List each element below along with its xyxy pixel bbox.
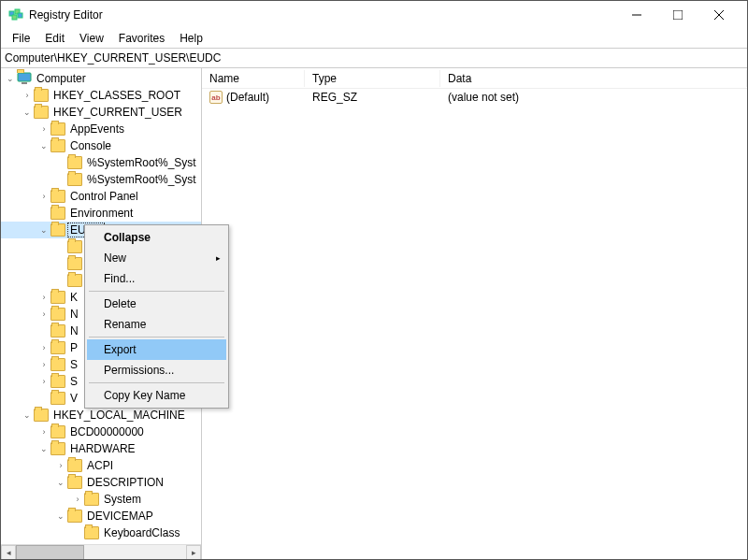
tree-bcd[interactable]: ›BCD00000000 (1, 424, 201, 440)
twisty-expanded-icon[interactable]: ⌄ (38, 224, 50, 236)
address-input[interactable] (5, 51, 743, 65)
tree-hardware[interactable]: ⌄HARDWARE (1, 440, 201, 457)
tree-label: Console (68, 139, 113, 152)
twisty-expanded-icon[interactable]: ⌄ (22, 107, 33, 118)
folder-icon (50, 190, 65, 203)
ctx-new[interactable]: New ▸ (87, 248, 226, 268)
tree-label: Computer (35, 72, 88, 85)
tree-controlpanel[interactable]: › Control Panel (1, 188, 201, 205)
column-data[interactable]: Data (440, 70, 747, 87)
address-bar (1, 48, 747, 68)
tree-sysroot1[interactable]: %SystemRoot%_Syst (1, 154, 201, 171)
tree-context-menu: Collapse New ▸ Find... Delete Rename Exp… (84, 224, 229, 409)
twisty-collapsed-icon[interactable]: › (55, 460, 66, 471)
value-row[interactable]: ab (Default) REG_SZ (value not set) (202, 89, 747, 106)
tree-label: HKEY_CLASSES_ROOT (51, 89, 182, 102)
tree-system[interactable]: ›System (1, 491, 201, 508)
tree-hklm[interactable]: ⌄ HKEY_LOCAL_MACHINE (1, 407, 201, 424)
tree-console[interactable]: ⌄ Console (1, 137, 201, 154)
tree-root-computer[interactable]: ⌄ Computer (1, 70, 201, 87)
tree-label: ACPI (85, 459, 115, 472)
tree-description[interactable]: ⌄DESCRIPTION (1, 474, 201, 491)
folder-icon (50, 375, 65, 388)
tree-label: BCD00000000 (68, 425, 146, 438)
tree-label: KeyboardClass (102, 526, 181, 539)
ctx-find[interactable]: Find... (87, 268, 226, 289)
tree-label: HARDWARE (68, 442, 137, 455)
twisty-expanded-icon[interactable]: ⌄ (55, 510, 66, 522)
menu-file[interactable]: File (5, 30, 37, 47)
tree-hkcr[interactable]: › HKEY_CLASSES_ROOT (1, 87, 201, 104)
menubar: File Edit View Favorites Help (1, 29, 747, 48)
svg-rect-8 (18, 73, 31, 81)
tree-label: N (68, 308, 80, 321)
tree-label: HKEY_CURRENT_USER (51, 106, 184, 119)
separator (89, 291, 224, 292)
twisty-expanded-icon[interactable]: ⌄ (22, 409, 33, 421)
twisty-collapsed-icon[interactable]: › (38, 123, 50, 135)
folder-icon (50, 442, 65, 455)
menu-help[interactable]: Help (172, 30, 210, 47)
scroll-track[interactable] (16, 545, 186, 560)
maximize-button[interactable] (657, 1, 698, 29)
folder-icon (67, 459, 82, 472)
column-name[interactable]: Name (202, 70, 305, 87)
twisty-collapsed-icon[interactable]: › (38, 426, 50, 438)
svg-rect-5 (673, 10, 683, 20)
ctx-delete[interactable]: Delete (87, 294, 226, 314)
tree-devicemap[interactable]: ⌄DEVICEMAP (1, 508, 201, 524)
folder-icon (50, 358, 65, 371)
value-type-cell: REG_SZ (305, 90, 440, 105)
twisty-expanded-icon[interactable]: ⌄ (55, 477, 66, 488)
window-title: Registry Editor (29, 8, 616, 22)
folder-icon (67, 510, 82, 523)
tree-environment[interactable]: Environment (1, 205, 201, 222)
titlebar[interactable]: Registry Editor (1, 1, 747, 29)
window-controls (616, 1, 740, 29)
minimize-button[interactable] (616, 1, 657, 29)
twisty-collapsed-icon[interactable]: › (38, 342, 50, 353)
svg-rect-2 (12, 15, 17, 20)
twisty-collapsed-icon[interactable]: › (38, 292, 50, 303)
ctx-collapse[interactable]: Collapse (87, 227, 226, 248)
column-type[interactable]: Type (305, 70, 440, 87)
twisty-collapsed-icon[interactable]: › (72, 494, 83, 505)
twisty-collapsed-icon[interactable]: › (22, 90, 33, 101)
ctx-rename[interactable]: Rename (87, 314, 226, 335)
twisty-expanded-icon[interactable]: ⌄ (38, 443, 50, 454)
tree-acpi[interactable]: ›ACPI (1, 457, 201, 474)
menu-view[interactable]: View (72, 30, 111, 47)
ctx-export[interactable]: Export (87, 339, 226, 360)
menu-favorites[interactable]: Favorites (111, 30, 172, 47)
twisty-expanded-icon[interactable]: ⌄ (5, 73, 16, 84)
twisty-collapsed-icon[interactable]: › (38, 309, 50, 320)
folder-icon (50, 139, 65, 152)
twisty-collapsed-icon[interactable]: › (38, 376, 50, 387)
app-icon (8, 7, 23, 22)
twisty-collapsed-icon[interactable]: › (38, 191, 50, 202)
svg-rect-9 (22, 82, 27, 84)
folder-icon (50, 223, 65, 237)
menu-edit[interactable]: Edit (37, 30, 72, 47)
ctx-copy-key-name[interactable]: Copy Key Name (87, 385, 226, 406)
scroll-thumb[interactable] (16, 545, 84, 560)
scroll-right-button[interactable]: ▸ (186, 545, 201, 560)
folder-icon (67, 257, 82, 270)
tree-label: HKEY_LOCAL_MACHINE (51, 409, 187, 422)
svg-rect-3 (18, 13, 22, 18)
ctx-permissions[interactable]: Permissions... (87, 360, 226, 381)
twisty-collapsed-icon[interactable]: › (38, 359, 50, 370)
scroll-left-button[interactable]: ◂ (1, 545, 16, 560)
folder-icon (50, 122, 65, 136)
twisty-expanded-icon[interactable]: ⌄ (38, 140, 50, 151)
tree-appevents[interactable]: › AppEvents (1, 121, 201, 137)
value-name-cell: ab (Default) (202, 90, 305, 105)
tree-keyboardclass[interactable]: KeyboardClass (1, 524, 201, 541)
tree-sysroot2[interactable]: %SystemRoot%_Syst (1, 171, 201, 188)
close-button[interactable] (698, 1, 740, 29)
ctx-new-label: New (104, 251, 126, 265)
string-value-icon: ab (209, 91, 223, 104)
submenu-arrow-icon: ▸ (216, 253, 221, 263)
tree-horizontal-scrollbar[interactable]: ◂ ▸ (1, 544, 201, 559)
tree-hkcu[interactable]: ⌄ HKEY_CURRENT_USER (1, 104, 201, 121)
